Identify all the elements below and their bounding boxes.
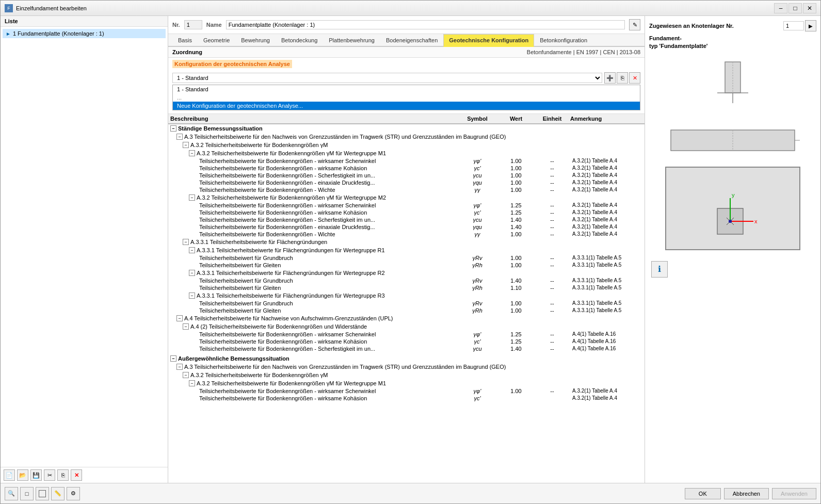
tab-geotechnische-konfiguration[interactable]: Geotechnische Konfiguration [443,34,534,47]
sidebar-copy-button[interactable]: ⎘ [57,469,69,481]
zoom-search-button[interactable]: 🔍 [5,487,18,500]
sidebar-new-button[interactable]: 📄 [4,469,15,481]
expand-a3-2-m1-ag[interactable]: − [189,380,195,386]
expand-r2[interactable]: − [189,270,195,276]
expand-staendige[interactable]: − [170,125,176,132]
diagram-top-svg [681,57,784,119]
expand-aussergewoehnliche[interactable]: − [170,355,176,362]
cancel-button[interactable]: Abbrechen [724,488,769,499]
edit-icon: ✎ [633,22,637,28]
object-button[interactable]: □ [20,487,34,500]
config-new-button[interactable]: ➕ [604,72,616,84]
tab-betondeckung[interactable]: Betondeckung [276,34,323,46]
sidebar-item-fundamentplatte[interactable]: ► 1 Fundamentplatte (Knotenlager : 1) [3,29,166,38]
row-r3-1-sym: γRh [457,307,498,314]
expand-a3-3-1[interactable]: − [183,239,189,245]
config-option-neue[interactable]: Neue Konfiguration der geotechnischen An… [173,102,640,110]
name-input[interactable] [226,20,625,29]
row-r2-0-note: A.3.3.1(1) Tabelle A.5 [570,278,642,284]
row-m1-4-desc: Teilsicherheitsbeiwerte für Bodenkenngrö… [170,187,457,193]
window-title: Einzelfundament bearbeiten [16,5,87,11]
rect-select-button[interactable] [36,487,49,500]
config-dropdown[interactable]: 1 - Standard [172,73,602,83]
tab-betonkonfiguration[interactable]: Betonkonfiguration [534,34,593,46]
config-copy-icon: ⎘ [621,75,624,81]
tab-plattenbewehrung[interactable]: Plattenbewehrung [323,34,380,46]
section-aussergewoehnliche: − Außergewöhnliche Bemessungssituation −… [168,354,645,402]
sidebar-delete-button[interactable]: ✕ [71,469,82,481]
row-m1-0-desc: Teilsicherheitsbeiwerte für Bodenkenngrö… [170,158,457,164]
zugewiesen-nr-button[interactable]: ▶ [805,20,816,31]
bottom-left-tools: 🔍 □ 📏 ⚙ [5,487,683,500]
section-a3-2-ym-ag-header: − A.3.2 Teilsicherheitsbeiwerte für Bode… [168,371,645,379]
row-m1-4-val: 1.00 [498,187,534,193]
apply-button[interactable]: Anwenden [772,488,816,499]
zugewiesen-row: Zugewiesen an Knotenlager Nr. ▶ [649,20,816,31]
tab-bewehrung[interactable]: Bewehrung [235,34,276,46]
config-copy-button[interactable]: ⎘ [617,72,628,84]
expand-a3[interactable]: − [176,134,183,140]
properties-button[interactable]: ⚙ [67,487,80,500]
section-a3-2-label: A.3.2 Teilsicherheitsbeiwerte für Bodenk… [190,142,328,148]
section-a3-2-m1-ag-label: A.3.2 Teilsicherheitsbeiwerte für Bodenk… [197,380,386,386]
ok-button[interactable]: OK [685,488,721,499]
row-m2-1-unit: -- [534,209,570,216]
expand-a3-ag[interactable]: − [176,364,183,370]
row-m1-3-sym: γqu [457,180,498,186]
section-a4-2-label: A.4 (2) Teilsicherheitsbeiwerte für Bode… [190,323,367,330]
zugewiesen-nr-input[interactable] [783,21,804,30]
expand-a3-2[interactable]: − [183,142,189,148]
tab-basis[interactable]: Basis [172,34,198,46]
config-dropdown-row: 1 - Standard ➕ ⎘ ✕ [172,72,640,84]
info-button[interactable]: ℹ [651,261,668,278]
row-m1-0: Teilsicherheitsbeiwerte für Bodenkenngrö… [168,157,645,165]
row-r2-0-sym: γRv [457,278,498,284]
close-button[interactable]: ✕ [803,3,816,13]
title-bar-buttons: – □ ✕ [774,3,816,13]
config-delete-button[interactable]: ✕ [629,72,640,84]
row-m2-4-note: A.3.2(1) Tabelle A.4 [570,231,642,237]
row-r2-0-unit: -- [534,278,570,284]
expand-r1[interactable]: − [189,247,195,253]
expand-a4[interactable]: − [176,315,183,321]
tab-geometrie[interactable]: Geometrie [198,34,235,46]
minimize-button[interactable]: – [774,3,787,13]
cut-icon: ✂ [47,472,52,479]
measure-button[interactable]: 📏 [51,487,65,500]
diagram-bottom-svg: x y [661,162,805,255]
row-m2-3-val: 1.40 [498,224,534,230]
expand-r3[interactable]: − [189,292,195,299]
sidebar-save-button[interactable]: 💾 [30,469,42,481]
section-a4-label: A.4 Teilsicherheitsbeiwerte für Nachweis… [184,315,393,321]
sidebar-open-button[interactable]: 📂 [17,469,28,481]
expand-a3-2-ym-ag[interactable]: − [183,372,189,378]
row-m2-3: Teilsicherheitsbeiwerte für Bodenkenngrö… [168,223,645,231]
col-einheit: Einheit [534,116,570,122]
row-r2-0-desc: Teilsicherheitsbeiwert für Grundbruch [170,278,457,284]
maximize-button[interactable]: □ [788,3,802,13]
table-area[interactable]: Beschreibung Symbol Wert Einheit Anmerku… [168,114,645,483]
row-ag-m1-0-val: 1.00 [498,388,534,394]
expand-a3-2-m1[interactable]: − [189,150,195,156]
tab-bodeneigenschaften[interactable]: Bodeneigenschaften [380,34,443,46]
expand-a4-2[interactable]: − [183,323,189,330]
config-dots: ... [173,93,640,102]
row-r3-1-note: A.3.3.1(1) Tabelle A.5 [570,307,642,314]
sidebar-cut-button[interactable]: ✂ [44,469,55,481]
row-a4-1-note: A.4(1) Tabelle A.16 [570,338,642,345]
row-m1-2: Teilsicherheitsbeiwerte für Bodenkenngrö… [168,172,645,179]
config-option-1[interactable]: 1 - Standard [173,85,640,93]
row-m1-0-val: 1.00 [498,158,534,164]
row-a4-0-desc: Teilsicherheitsbeiwerte für Bodenkenngrö… [170,331,457,337]
expand-a3-2-m2[interactable]: − [189,194,195,201]
row-a4-1-val: 1.25 [498,338,534,345]
sidebar-header: Liste [1,16,168,27]
diagram-top-container [681,57,784,119]
nr-input[interactable] [184,20,202,29]
tab-bar: Basis Geometrie Bewehrung Betondeckung P… [168,34,645,47]
config-neue-label: Neue Konfiguration der geotechnischen An… [177,103,303,109]
edit-name-button[interactable]: ✎ [629,19,640,30]
row-m1-0-note: A.3.2(1) Tabelle A.4 [570,158,642,164]
row-r2-1-desc: Teilsicherheitsbeiwert für Gleiten [170,285,457,291]
fundamental-typ-label: Fundament- typ 'Fundamentplatte' [649,35,707,49]
